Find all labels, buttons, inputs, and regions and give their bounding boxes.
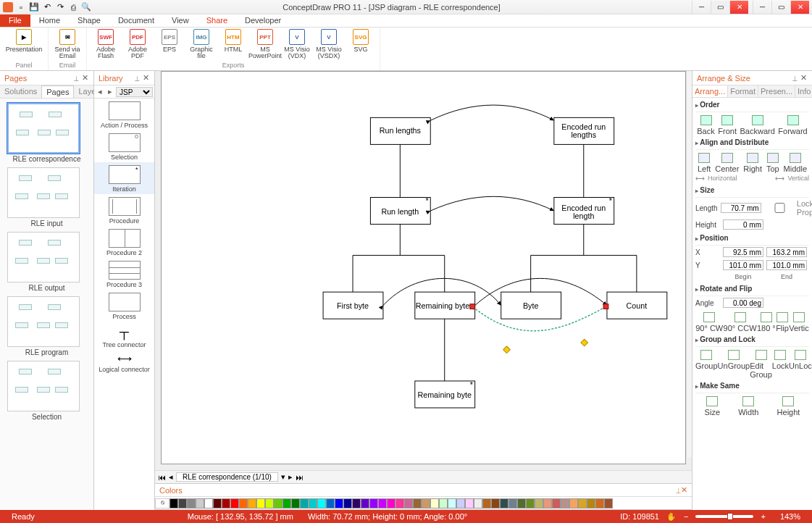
color-swatch[interactable]: [604, 498, 613, 509]
colors-close-icon[interactable]: ✕: [681, 485, 687, 495]
size-length-input[interactable]: [721, 203, 761, 213]
library-item-6[interactable]: Process: [94, 290, 154, 322]
align-right[interactable]: Right: [743, 153, 762, 173]
node-run-lengths[interactable]: Run lengths: [380, 126, 421, 135]
save-icon[interactable]: 💾: [29, 2, 39, 12]
color-swatch[interactable]: [239, 498, 248, 509]
ribbon-ppt[interactable]: PPTMS PowerPoint: [251, 29, 280, 60]
color-swatch[interactable]: [569, 498, 578, 509]
color-swatch[interactable]: [482, 498, 491, 509]
color-swatch[interactable]: [552, 498, 561, 509]
node-run-length[interactable]: Run length: [381, 207, 419, 216]
ribbon-adobe_pdf[interactable]: PDFAdobe PDF: [123, 29, 152, 60]
rotate-180[interactable]: 180 °: [757, 312, 776, 332]
rotate-header[interactable]: Rotate and Flip: [695, 282, 809, 296]
color-swatch[interactable]: [309, 498, 317, 509]
color-swatch[interactable]: [274, 498, 282, 509]
menu-file[interactable]: File: [0, 14, 30, 27]
unlock-btn[interactable]: UnLoc: [789, 350, 812, 379]
color-swatch[interactable]: [343, 498, 352, 509]
ribbon-html[interactable]: HTMHTML: [219, 29, 248, 60]
ribbon-eps[interactable]: EPSEPS: [155, 29, 184, 60]
page-thumb-0[interactable]: RLE correspondence: [7, 103, 86, 163]
align-center[interactable]: Center: [715, 153, 739, 173]
page-thumb-4[interactable]: Selection: [7, 361, 86, 421]
child-max-button[interactable]: ▭: [771, 1, 790, 14]
library-pin-icon[interactable]: ⟂: [133, 74, 141, 83]
child-close-button[interactable]: ✕: [790, 1, 809, 14]
make-width[interactable]: Width: [738, 396, 758, 417]
library-item-3[interactable]: Procedure: [94, 194, 154, 226]
ribbon-send-email[interactable]: ✉ Send via Email: [53, 29, 82, 60]
size-height-input[interactable]: [723, 219, 763, 230]
zoom-slider[interactable]: [695, 515, 753, 518]
library-item-5[interactable]: Procedure 3: [94, 258, 154, 290]
canvas-vertical-scrollbar[interactable]: [686, 71, 692, 457]
pages-pin-icon[interactable]: ⟂: [72, 74, 80, 83]
color-swatch[interactable]: [265, 498, 274, 509]
color-swatch[interactable]: [404, 498, 413, 509]
distribute-horiz-icon[interactable]: ⟷: [695, 175, 705, 182]
arrange-tab-info[interactable]: Info: [795, 85, 812, 97]
handle-start[interactable]: [470, 304, 475, 309]
color-swatch[interactable]: [282, 498, 291, 509]
color-swatch[interactable]: [526, 498, 535, 509]
library-nav-back[interactable]: ◂: [96, 87, 104, 96]
ribbon-vdx[interactable]: VMS Visio (VDX): [282, 29, 311, 60]
pos-y2-input[interactable]: [766, 260, 807, 270]
color-swatch[interactable]: [387, 498, 395, 509]
order-front[interactable]: Front: [718, 115, 737, 135]
close-button[interactable]: ✕: [729, 1, 748, 14]
pages-tab-pages[interactable]: Pages: [41, 85, 74, 98]
handle-control-2[interactable]: [581, 339, 588, 346]
pages-tab-solutions[interactable]: Solutions: [0, 85, 41, 98]
color-swatch[interactable]: [317, 498, 326, 509]
tab-dropdown[interactable]: ▾: [281, 472, 285, 482]
menu-shape[interactable]: Shape: [69, 14, 109, 27]
color-swatch[interactable]: [422, 498, 430, 509]
ribbon-adobe_flash[interactable]: SWFAdobe Flash: [91, 29, 120, 60]
color-swatch[interactable]: [517, 498, 526, 509]
color-swatch[interactable]: [500, 498, 508, 509]
menu-share[interactable]: Share: [198, 14, 236, 27]
lock-proportion-check[interactable]: Lock Propor: [764, 199, 812, 217]
handle-end[interactable]: [603, 304, 608, 309]
library-close-icon[interactable]: ✕: [141, 73, 150, 83]
page-thumb-2[interactable]: RLE output: [7, 232, 86, 292]
edit-group-btn[interactable]: Edit Group: [750, 350, 772, 379]
undo-icon[interactable]: ↶: [42, 2, 52, 12]
color-swatch[interactable]: [491, 498, 500, 509]
ribbon-svg[interactable]: SVGSVG: [346, 29, 375, 60]
pages-close-icon[interactable]: ✕: [80, 73, 89, 83]
color-swatch[interactable]: [378, 498, 387, 509]
order-backward[interactable]: Backward: [740, 115, 775, 135]
color-swatch[interactable]: [230, 498, 239, 509]
lock-btn[interactable]: Lock: [772, 350, 789, 379]
node-remaining-byte[interactable]: Remaining byte: [418, 390, 472, 399]
pos-x1-input[interactable]: [723, 247, 763, 257]
zoom-out[interactable]: −: [677, 512, 695, 521]
color-swatch[interactable]: [439, 498, 448, 509]
library-item-1[interactable]: Selection: [94, 130, 154, 162]
menu-document[interactable]: Document: [109, 14, 163, 27]
library-item-0[interactable]: Action / Process: [94, 99, 154, 130]
order-header[interactable]: Order: [695, 98, 809, 112]
node-remaining-bytes[interactable]: Remaining bytes: [416, 301, 474, 310]
flip-vert[interactable]: Vertic: [789, 312, 809, 332]
ribbon-vsdx[interactable]: VMS Visio (VSDX): [314, 29, 343, 60]
tab-nav-first[interactable]: ⏮: [158, 473, 166, 482]
arrange-tab-format[interactable]: Format: [728, 85, 758, 97]
menu-developer[interactable]: Developer: [236, 14, 290, 27]
menu-view[interactable]: View: [163, 14, 198, 27]
library-item-7[interactable]: ┬Tree connector: [94, 322, 154, 350]
rotate-cw[interactable]: 90° CW: [695, 312, 723, 332]
color-swatch[interactable]: [256, 498, 265, 509]
color-swatch[interactable]: [587, 498, 595, 509]
group-btn[interactable]: Group: [695, 350, 718, 379]
group-header[interactable]: Group and Lock: [695, 332, 809, 347]
make-same-header[interactable]: Make Same: [695, 379, 809, 393]
library-select[interactable]: JSP: [116, 87, 153, 97]
library-item-2[interactable]: *Iteration: [94, 162, 154, 194]
arrange-close-icon[interactable]: ✕: [799, 73, 808, 83]
color-swatch[interactable]: [291, 498, 300, 509]
